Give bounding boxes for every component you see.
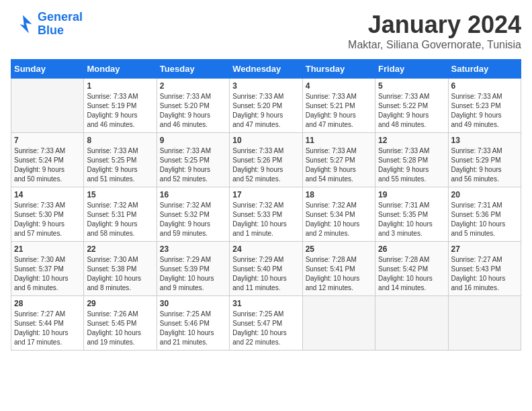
day-info: Sunrise: 7:28 AMSunset: 5:41 PMDaylight:…: [306, 255, 372, 293]
calendar-cell: 28Sunrise: 7:27 AMSunset: 5:44 PMDayligh…: [11, 296, 84, 351]
day-info: Sunrise: 7:32 AMSunset: 5:32 PMDaylight:…: [160, 201, 226, 238]
calendar-cell: 24Sunrise: 7:29 AMSunset: 5:40 PMDayligh…: [230, 242, 302, 296]
day-info: Sunrise: 7:33 AMSunset: 5:25 PMDaylight:…: [160, 146, 226, 184]
day-number: 27: [451, 244, 518, 254]
day-number: 30: [160, 299, 226, 308]
calendar-cell: 23Sunrise: 7:29 AMSunset: 5:39 PMDayligh…: [157, 242, 229, 296]
day-number: 28: [14, 299, 81, 308]
page-header: General Blue January 2024 Maktar, Silian…: [11, 11, 521, 51]
logo-icon: [11, 12, 35, 36]
day-number: 23: [160, 244, 226, 254]
calendar-cell: 1Sunrise: 7:33 AMSunset: 5:19 PMDaylight…: [84, 79, 157, 133]
day-number: 25: [306, 244, 372, 254]
day-info: Sunrise: 7:33 AMSunset: 5:23 PMDaylight:…: [451, 92, 518, 130]
day-info: Sunrise: 7:32 AMSunset: 5:33 PMDaylight:…: [232, 201, 299, 238]
logo-text: General Blue: [38, 11, 83, 38]
day-number: 16: [160, 190, 226, 199]
day-info: Sunrise: 7:33 AMSunset: 5:21 PMDaylight:…: [306, 92, 372, 130]
day-number: 12: [378, 136, 445, 145]
calendar-week-5: 28Sunrise: 7:27 AMSunset: 5:44 PMDayligh…: [11, 296, 521, 351]
day-number: 10: [232, 136, 299, 145]
calendar-cell: 5Sunrise: 7:33 AMSunset: 5:22 PMDaylight…: [375, 79, 448, 133]
calendar-cell: 16Sunrise: 7:32 AMSunset: 5:32 PMDayligh…: [157, 187, 229, 242]
day-info: Sunrise: 7:26 AMSunset: 5:45 PMDaylight:…: [87, 310, 153, 347]
logo: General Blue: [11, 11, 83, 38]
day-info: Sunrise: 7:25 AMSunset: 5:46 PMDaylight:…: [160, 310, 226, 347]
day-info: Sunrise: 7:33 AMSunset: 5:24 PMDaylight:…: [14, 146, 81, 184]
svg-marker-0: [20, 15, 32, 33]
day-number: 22: [87, 244, 153, 254]
calendar-cell: 14Sunrise: 7:33 AMSunset: 5:30 PMDayligh…: [11, 187, 84, 242]
calendar-week-1: 1Sunrise: 7:33 AMSunset: 5:19 PMDaylight…: [11, 79, 521, 133]
day-info: Sunrise: 7:33 AMSunset: 5:20 PMDaylight:…: [232, 92, 299, 130]
day-info: Sunrise: 7:33 AMSunset: 5:26 PMDaylight:…: [232, 146, 299, 184]
weekday-header-sunday: Sunday: [11, 60, 84, 79]
calendar-cell: 9Sunrise: 7:33 AMSunset: 5:25 PMDaylight…: [157, 133, 229, 187]
day-info: Sunrise: 7:29 AMSunset: 5:40 PMDaylight:…: [232, 255, 299, 293]
day-number: 11: [306, 136, 372, 145]
day-number: 17: [232, 190, 299, 199]
weekday-header-row: SundayMondayTuesdayWednesdayThursdayFrid…: [11, 60, 521, 79]
weekday-header-wednesday: Wednesday: [230, 60, 302, 79]
day-info: Sunrise: 7:33 AMSunset: 5:19 PMDaylight:…: [87, 92, 153, 130]
title-block: January 2024 Maktar, Siliana Governorate…: [348, 11, 521, 51]
calendar-week-3: 14Sunrise: 7:33 AMSunset: 5:30 PMDayligh…: [11, 187, 521, 242]
location-title: Maktar, Siliana Governorate, Tunisia: [348, 39, 521, 51]
day-number: 3: [232, 81, 299, 91]
logo-line1: General: [38, 10, 83, 24]
calendar-cell: 25Sunrise: 7:28 AMSunset: 5:41 PMDayligh…: [302, 242, 375, 296]
calendar-cell: 26Sunrise: 7:28 AMSunset: 5:42 PMDayligh…: [375, 242, 448, 296]
day-number: 1: [87, 81, 153, 91]
day-info: Sunrise: 7:33 AMSunset: 5:30 PMDaylight:…: [14, 201, 81, 238]
day-number: 31: [232, 299, 299, 308]
calendar-cell: 13Sunrise: 7:33 AMSunset: 5:29 PMDayligh…: [448, 133, 521, 187]
calendar-cell: 3Sunrise: 7:33 AMSunset: 5:20 PMDaylight…: [230, 79, 302, 133]
calendar-cell: 22Sunrise: 7:30 AMSunset: 5:38 PMDayligh…: [84, 242, 157, 296]
day-info: Sunrise: 7:27 AMSunset: 5:44 PMDaylight:…: [14, 310, 81, 347]
day-number: 2: [160, 81, 226, 91]
day-number: 18: [306, 190, 372, 199]
day-number: 24: [232, 244, 299, 254]
calendar-cell: 30Sunrise: 7:25 AMSunset: 5:46 PMDayligh…: [157, 296, 229, 351]
day-info: Sunrise: 7:30 AMSunset: 5:37 PMDaylight:…: [14, 255, 81, 293]
calendar-week-2: 7Sunrise: 7:33 AMSunset: 5:24 PMDaylight…: [11, 133, 521, 187]
calendar-cell: 2Sunrise: 7:33 AMSunset: 5:20 PMDaylight…: [157, 79, 229, 133]
day-number: 6: [451, 81, 518, 91]
day-number: 4: [306, 81, 372, 91]
calendar-cell: [375, 296, 448, 351]
day-info: Sunrise: 7:33 AMSunset: 5:27 PMDaylight:…: [306, 146, 372, 184]
day-info: Sunrise: 7:33 AMSunset: 5:25 PMDaylight:…: [87, 146, 153, 184]
weekday-header-thursday: Thursday: [302, 60, 375, 79]
calendar-cell: [11, 79, 84, 133]
day-info: Sunrise: 7:33 AMSunset: 5:20 PMDaylight:…: [160, 92, 226, 130]
day-number: 8: [87, 136, 153, 145]
calendar-cell: 31Sunrise: 7:25 AMSunset: 5:47 PMDayligh…: [230, 296, 302, 351]
calendar-cell: 21Sunrise: 7:30 AMSunset: 5:37 PMDayligh…: [11, 242, 84, 296]
calendar-cell: 17Sunrise: 7:32 AMSunset: 5:33 PMDayligh…: [230, 187, 302, 242]
day-number: 14: [14, 190, 81, 199]
day-info: Sunrise: 7:33 AMSunset: 5:22 PMDaylight:…: [378, 92, 445, 130]
weekday-header-monday: Monday: [84, 60, 157, 79]
weekday-header-saturday: Saturday: [448, 60, 521, 79]
calendar-cell: 12Sunrise: 7:33 AMSunset: 5:28 PMDayligh…: [375, 133, 448, 187]
day-info: Sunrise: 7:25 AMSunset: 5:47 PMDaylight:…: [232, 310, 299, 347]
calendar-table: SundayMondayTuesdayWednesdayThursdayFrid…: [11, 59, 521, 351]
calendar-cell: 7Sunrise: 7:33 AMSunset: 5:24 PMDaylight…: [11, 133, 84, 187]
day-info: Sunrise: 7:32 AMSunset: 5:31 PMDaylight:…: [87, 201, 153, 238]
day-number: 13: [451, 136, 518, 145]
calendar-cell: 20Sunrise: 7:31 AMSunset: 5:36 PMDayligh…: [448, 187, 521, 242]
day-info: Sunrise: 7:31 AMSunset: 5:36 PMDaylight:…: [451, 201, 518, 238]
day-info: Sunrise: 7:28 AMSunset: 5:42 PMDaylight:…: [378, 255, 445, 293]
weekday-header-friday: Friday: [375, 60, 448, 79]
day-info: Sunrise: 7:29 AMSunset: 5:39 PMDaylight:…: [160, 255, 226, 293]
day-number: 5: [378, 81, 445, 91]
weekday-header-tuesday: Tuesday: [157, 60, 229, 79]
day-info: Sunrise: 7:32 AMSunset: 5:34 PMDaylight:…: [306, 201, 372, 238]
calendar-body: 1Sunrise: 7:33 AMSunset: 5:19 PMDaylight…: [11, 79, 521, 351]
day-info: Sunrise: 7:33 AMSunset: 5:28 PMDaylight:…: [378, 146, 445, 184]
calendar-cell: 15Sunrise: 7:32 AMSunset: 5:31 PMDayligh…: [84, 187, 157, 242]
day-number: 29: [87, 299, 153, 308]
day-info: Sunrise: 7:33 AMSunset: 5:29 PMDaylight:…: [451, 146, 518, 184]
day-number: 7: [14, 136, 81, 145]
day-number: 26: [378, 244, 445, 254]
